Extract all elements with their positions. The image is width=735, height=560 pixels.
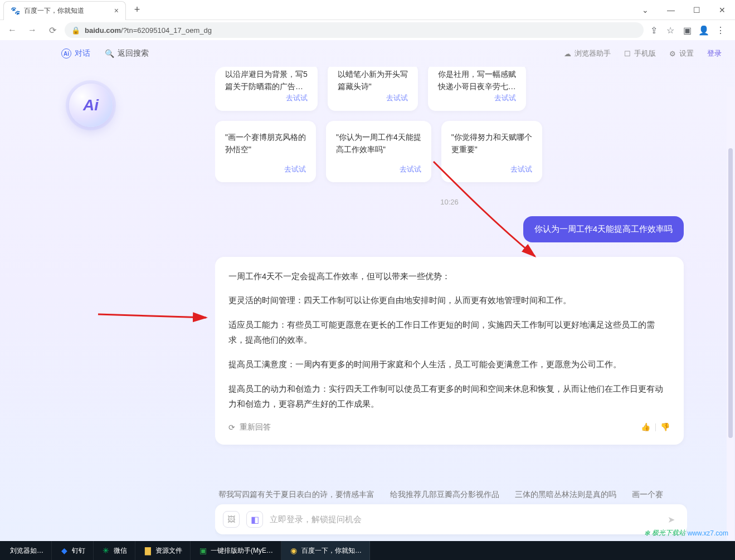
mobile-icon: ☐ <box>624 50 631 58</box>
page-scrollbar[interactable] <box>727 87 734 540</box>
lock-icon: 🔒 <box>71 26 80 35</box>
try-button[interactable]: 去试试 <box>400 164 421 174</box>
ai-paragraph: 适应员工能力：有些员工可能更愿意在更长的工作日工作更短的时间，实施四天工作制可以… <box>228 318 670 348</box>
browser-toolbar: ← → ⟳ 🔒 baidu.com/?tn=62095104_17_oem_dg… <box>0 20 735 40</box>
profile-icon[interactable]: 👤 <box>698 25 709 36</box>
browser-tab[interactable]: 🐾 百度一下，你就知道 × <box>3 1 126 20</box>
ai-paragraph: 提高员工满意度：一周内有更多的时间用于家庭和个人生活，员工可能会更满意工作，更愿… <box>228 357 670 373</box>
baidu-favicon-icon: 🐾 <box>11 6 20 15</box>
address-bar[interactable]: 🔒 baidu.com/?tn=62095104_17_oem_dg <box>65 22 644 38</box>
cube-icon[interactable]: ◧ <box>246 511 263 528</box>
close-window-icon[interactable]: ✕ <box>709 0 735 20</box>
thumbs-up-icon[interactable]: 👍 <box>641 422 651 432</box>
share-icon[interactable]: ⇪ <box>648 25 659 36</box>
maximize-icon[interactable]: ☐ <box>684 0 709 20</box>
chip[interactable]: 三体的黑暗丛林法则是真的吗 <box>515 490 616 500</box>
message-timestamp: 10:26 <box>215 198 684 206</box>
ai-icon: Ai <box>61 48 71 59</box>
toolbar-right: ⇪ ☆ ▣ 👤 ⋮ <box>648 25 731 36</box>
suggestion-card[interactable]: "你觉得努力和天赋哪个更重要" 去试试 <box>441 121 542 182</box>
minimize-icon[interactable]: — <box>658 0 684 20</box>
chip[interactable]: 给我推荐几部豆瓣高分影视作品 <box>390 490 499 500</box>
try-button[interactable]: 去试试 <box>286 93 308 103</box>
kebab-icon[interactable]: ⋮ <box>715 25 726 36</box>
watermark: ✻ 极光下载站 www.xz7.com <box>641 526 732 540</box>
user-message: 你认为一周工作4天能提高工作效率吗 <box>523 216 684 242</box>
suggestion-card[interactable]: 你是社用，写一幅感赋快递小哥日夜辛劳七… 去试试 <box>428 67 526 111</box>
nav-chat[interactable]: Ai 对话 <box>61 48 90 59</box>
regenerate-button[interactable]: 重新回答 <box>240 422 271 432</box>
new-tab-button[interactable]: + <box>129 2 145 18</box>
browser-titlebar: 🐾 百度一下，你就知道 × + ⌄ — ☐ ✕ <box>0 0 735 20</box>
nav-login[interactable]: 登录 <box>707 48 722 59</box>
nav-back-search[interactable]: 🔍 返回搜索 <box>105 48 149 59</box>
ai-paragraph: 一周工作4天不一定会提高工作效率，但可以带来一些优势： <box>228 269 670 285</box>
sidebar: Ai <box>48 67 204 541</box>
suggestion-card[interactable]: 以蜡笔小新为开头写篇藏头诗" 去试试 <box>328 67 418 111</box>
try-button[interactable]: 去试试 <box>494 93 516 103</box>
back-button[interactable]: ← <box>4 22 20 38</box>
ai-paragraph: 更灵活的时间管理：四天工作制可以让你更自由地安排时间，从而更有效地管理时间和工作… <box>228 293 670 309</box>
reload-button[interactable]: ⟳ <box>45 22 60 38</box>
window-controls: ⌄ — ☐ ✕ <box>632 0 735 20</box>
nav-assistant[interactable]: ☁浏览器助手 <box>564 48 611 59</box>
search-icon: 🔍 <box>105 49 114 58</box>
suggestion-card[interactable]: 以沿岸避日为背景，写5篇关于防晒霜的广告… 去试试 <box>215 67 318 111</box>
image-upload-icon[interactable]: 🖼 <box>223 511 240 528</box>
page-topnav: Ai 对话 🔍 返回搜索 ☁浏览器助手 ☐手机版 ⚙设置 登录 <box>0 40 735 67</box>
ai-paragraph: 提高员工的动力和创造力：实行四天工作制可以使员工有更多的时间和空间来休息和恢复，… <box>228 382 670 412</box>
tab-title: 百度一下，你就知道 <box>24 6 84 16</box>
drop-icon[interactable]: ⌄ <box>632 0 658 20</box>
suggestion-card[interactable]: "画一个赛博朋克风格的孙悟空" 去试试 <box>215 121 316 182</box>
cloud-icon: ☁ <box>564 50 571 58</box>
refresh-icon[interactable]: ⟳ <box>228 423 235 432</box>
ai-message: 一周工作4天不一定会提高工作效率，但可以带来一些优势： 更灵活的时间管理：四天工… <box>215 257 684 445</box>
send-icon[interactable]: ➤ <box>663 511 679 528</box>
panel-icon[interactable]: ▣ <box>682 25 693 36</box>
nav-mobile[interactable]: ☐手机版 <box>624 48 656 59</box>
chip[interactable]: 帮我写四篇有关于夏日表白的诗，要情感丰富 <box>218 490 374 500</box>
page-body: Ai 对话 🔍 返回搜索 ☁浏览器助手 ☐手机版 ⚙设置 登录 Ai 以沿 <box>0 40 735 541</box>
gear-icon: ⚙ <box>669 50 676 58</box>
chat-input-placeholder: 立即登录，解锁提问机会 <box>270 514 656 525</box>
forward-button[interactable]: → <box>25 22 40 38</box>
suggestion-chips: 帮我写四篇有关于夏日表白的诗，要情感丰富 给我推荐几部豆瓣高分影视作品 三体的黑… <box>215 480 687 504</box>
chat-input-bar[interactable]: 🖼 ◧ 立即登录，解锁提问机会 ➤ <box>215 504 687 534</box>
try-button[interactable]: 去试试 <box>386 93 408 103</box>
star-icon[interactable]: ☆ <box>665 25 676 36</box>
nav-settings[interactable]: ⚙设置 <box>669 48 694 59</box>
chip[interactable]: 画一个赛 <box>632 490 663 500</box>
try-button[interactable]: 去试试 <box>284 164 306 174</box>
suggestion-card[interactable]: "你认为一周工作4天能提高工作效率吗" 去试试 <box>326 121 431 182</box>
chat-main: 以沿岸避日为背景，写5篇关于防晒霜的广告… 去试试 以蜡笔小新为开头写篇藏头诗"… <box>215 67 687 541</box>
url-text: baidu.com/?tn=62095104_17_oem_dg <box>85 26 212 35</box>
try-button[interactable]: 去试试 <box>510 164 532 174</box>
ai-avatar-icon: Ai <box>69 84 113 127</box>
close-tab-icon[interactable]: × <box>114 6 119 15</box>
thumbs-down-icon[interactable]: 👎 <box>660 422 670 432</box>
